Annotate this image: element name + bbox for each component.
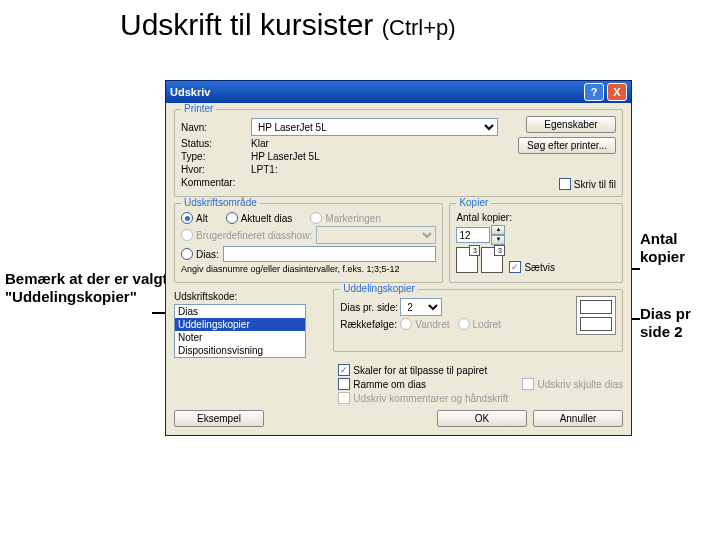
spin-down-icon[interactable]: ▼ [491,235,505,245]
lbl-type: Type: [181,151,251,162]
print-what-list[interactable]: Dias Uddelingskopier Noter Dispositionsv… [174,304,306,358]
val-status: Klar [251,138,269,149]
radio-current[interactable]: Aktuelt dias [226,212,293,224]
lbl-status: Status: [181,138,251,149]
per-side-select[interactable]: 2 [400,298,442,316]
opt-notes[interactable]: Noter [175,331,305,344]
headline-main: Udskrift til kursister [120,8,373,41]
cancel-button[interactable]: Annuller [533,410,623,427]
spin-up-icon[interactable]: ▲ [491,225,505,235]
range-legend: Udskriftsområde [181,197,260,208]
custom-show-select [316,226,436,244]
printer-select[interactable]: HP LaserJet 5L [251,118,498,136]
slides-input[interactable] [223,246,437,262]
opt-outline[interactable]: Dispositionsvisning [175,344,305,357]
radio-custom: Brugerdefineret diasshow: [181,229,312,241]
lbl-order: Rækkefølge: [340,319,400,330]
handout-preview [576,296,616,335]
collate-check[interactable]: Sætvis [509,261,555,273]
handouts-legend: Uddelingskopier [340,283,418,294]
printer-group: Printer Navn: HP LaserJet 5L Status:Klar… [174,109,623,197]
opt-dias[interactable]: Dias [175,305,305,318]
printer-legend: Printer [181,103,216,114]
scale-check[interactable]: Skaler for at tilpasse til papiret [338,364,487,376]
dialog-title: Udskriv [170,86,581,98]
help-button[interactable]: ? [584,83,604,101]
lbl-name: Navn: [181,122,251,133]
val-type: HP LaserJet 5L [251,151,320,162]
copies-spinner[interactable]: ▲▼ [456,225,505,245]
radio-slides[interactable]: Dias: [181,248,219,260]
lbl-numcopies: Antal kopier: [456,212,512,223]
close-button[interactable]: X [607,83,627,101]
range-group: Udskriftsområde Alt Aktuelt dias Markeri… [174,203,443,283]
properties-button[interactable]: Egenskaber [526,116,616,133]
copies-group: Kopier Antal kopier: ▲▼ 3 3 Sætvis [449,203,623,283]
lbl-printwhat: Udskriftskode: [174,291,237,302]
print-to-file-check[interactable]: Skriv til fil [559,178,616,190]
headline-shortcut: (Ctrl+p) [382,15,456,40]
annotation-copies: Antal kopier [640,230,710,266]
hidden-check: Udskriv skjulte dias [522,378,623,390]
handouts-group: Uddelingskopier Dias pr. side: 2 Rækkefø… [333,289,623,352]
range-hint: Angiv diasnumre og/eller diasintervaller… [181,264,400,274]
radio-all[interactable]: Alt [181,212,208,224]
comments-check: Udskriv kommentarer og håndskrift [338,392,508,404]
annotation-perside: Dias pr side 2 [640,305,710,341]
page-title: Udskrift til kursister (Ctrl+p) [120,8,456,42]
lbl-comment: Kommentar: [181,177,251,188]
lbl-where: Hvor: [181,164,251,175]
radio-selection: Markeringen [310,212,381,224]
radio-vertical: Lodret [458,318,501,330]
val-where: LPT1: [251,164,278,175]
lbl-perside: Dias pr. side: [340,302,400,313]
copies-legend: Kopier [456,197,491,208]
copies-input[interactable] [456,227,490,243]
collate-preview: 3 3 [456,247,503,273]
ok-button[interactable]: OK [437,410,527,427]
annotation-left: Bemærk at der er valgt "Uddelingskopier" [5,270,180,306]
frame-check[interactable]: Ramme om dias [338,378,426,390]
radio-horizontal: Vandret [400,318,449,330]
opt-handouts[interactable]: Uddelingskopier [175,318,305,331]
find-printer-button[interactable]: Søg efter printer... [518,137,616,154]
print-dialog: Udskriv ? X Printer Navn: HP LaserJet 5L… [165,80,632,436]
preview-button[interactable]: Eksempel [174,410,264,427]
titlebar[interactable]: Udskriv ? X [166,81,631,103]
